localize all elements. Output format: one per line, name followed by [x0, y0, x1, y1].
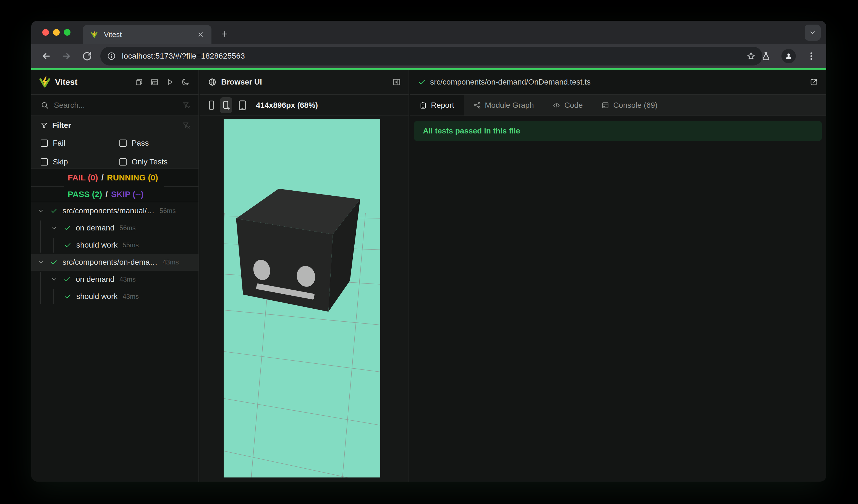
search-row: [31, 95, 198, 116]
dashboard-icon[interactable]: [150, 78, 159, 86]
device-toolbar: 414x896px (68%): [200, 95, 409, 116]
clear-filter-icon[interactable]: [182, 101, 190, 109]
tab-report[interactable]: Report: [410, 95, 464, 115]
test-suite-row[interactable]: on demand 43ms: [31, 271, 198, 288]
test-label: on demand: [76, 224, 114, 232]
threejs-scene: [224, 119, 380, 477]
menu-dots-icon[interactable]: [806, 51, 816, 61]
filter-option-fail[interactable]: Fail: [41, 139, 65, 148]
sidebar-header: Vitest: [31, 70, 198, 95]
test-file-row-selected[interactable]: src/components/on-dema… 43ms: [31, 254, 198, 271]
console-icon: [602, 101, 609, 109]
separator: /: [105, 190, 108, 199]
sidebar-actions: [135, 78, 198, 86]
viewport-size-label: 414x896px (68%): [256, 101, 318, 110]
status-summary: FAIL (0) / RUNNING (0) PASS (2) / SKIP (…: [31, 168, 198, 202]
test-duration: 55ms: [123, 241, 139, 249]
chevron-down-icon[interactable]: [51, 276, 58, 283]
tab-search-button[interactable]: [805, 25, 821, 40]
tab-code[interactable]: Code: [543, 95, 592, 115]
pass-check-icon: [64, 242, 71, 249]
chevron-down-icon[interactable]: [37, 259, 44, 265]
site-info-icon[interactable]: [107, 52, 116, 61]
separator: /: [101, 173, 104, 182]
open-external-icon[interactable]: [810, 78, 818, 86]
checkbox[interactable]: [120, 140, 127, 147]
test-case-row[interactable]: should work 55ms: [31, 237, 198, 254]
checkbox-label: Pass: [131, 139, 149, 148]
panel-right-toggle-icon[interactable]: [393, 78, 401, 86]
filter-option-only-tests[interactable]: Only Tests: [120, 158, 168, 166]
fail-count: FAIL (0): [68, 173, 98, 182]
flask-experiments-icon[interactable]: [761, 51, 771, 61]
checkbox-label: Skip: [53, 158, 68, 166]
test-label: on demand: [76, 275, 114, 284]
run-all-icon[interactable]: [166, 78, 174, 86]
url-text: localhost:5173/#/?file=1828625563: [122, 52, 740, 61]
app-title: Vitest: [55, 77, 77, 87]
tab-module-graph[interactable]: Module Graph: [464, 95, 543, 115]
chevron-down-icon[interactable]: [37, 208, 44, 214]
device-phone-active-button[interactable]: [220, 97, 232, 113]
test-label: src/components/on-dema…: [62, 258, 158, 267]
tab-label: Console (69): [613, 101, 657, 110]
module-graph-icon: [473, 101, 481, 109]
banner-text: All tests passed in this file: [423, 127, 520, 135]
pass-check-icon: [50, 207, 58, 214]
reload-button[interactable]: [81, 51, 93, 62]
skip-count: SKIP (--): [111, 190, 144, 199]
browser-ui-title: Browser UI: [221, 78, 262, 86]
close-tab-icon[interactable]: [197, 31, 204, 38]
collapse-windows-icon[interactable]: [135, 78, 143, 86]
pass-check-icon: [64, 276, 71, 283]
tab-console[interactable]: Console (69): [592, 95, 667, 115]
checkbox-label: Only Tests: [131, 158, 168, 166]
profile-avatar[interactable]: [781, 49, 796, 63]
dark-mode-moon-icon[interactable]: [181, 78, 190, 86]
minimize-window-button[interactable]: [53, 29, 60, 36]
status-line-fail-running: FAIL (0) / RUNNING (0): [68, 169, 158, 186]
search-input[interactable]: [54, 101, 159, 110]
device-phone-small-icon[interactable]: [207, 100, 216, 111]
device-phone-plus-icon: [222, 100, 231, 111]
filter-title: Filter: [52, 121, 71, 130]
checkbox[interactable]: [120, 158, 127, 165]
chevron-down-icon[interactable]: [51, 225, 58, 231]
test-duration: 56ms: [159, 207, 176, 215]
forward-button[interactable]: [61, 51, 72, 62]
bookmark-star-icon[interactable]: [746, 51, 756, 61]
filter-option-skip[interactable]: Skip: [41, 158, 68, 166]
plus-icon: [221, 30, 229, 38]
test-duration: 43ms: [162, 258, 179, 266]
vitest-ui: Vitest: [31, 70, 826, 482]
tab-label: Code: [564, 101, 583, 110]
checkbox[interactable]: [41, 158, 48, 165]
code-icon: [553, 101, 560, 109]
browser-tab[interactable]: Vitest: [83, 25, 211, 44]
filter-option-pass[interactable]: Pass: [120, 139, 149, 148]
clear-filter-icon[interactable]: [182, 121, 190, 129]
pass-check-icon: [64, 293, 71, 300]
zoom-window-button[interactable]: [64, 29, 70, 36]
device-tablet-icon[interactable]: [237, 99, 248, 111]
back-button[interactable]: [41, 51, 52, 62]
test-label: should work: [76, 241, 117, 249]
pass-check-icon: [50, 259, 58, 266]
test-file-path: src/components/on-demand/OnDemand.test.t…: [430, 78, 591, 86]
filter-panel: Filter Fail Pass Skip: [31, 116, 198, 168]
desktop-background: Vitest localhost:5173/#/?file: [0, 0, 858, 504]
divider: [164, 186, 199, 187]
tab-title: Vitest: [104, 30, 192, 39]
url-bar[interactable]: localhost:5173/#/?file=1828625563: [100, 47, 762, 65]
divider: [31, 186, 64, 187]
new-tab-button[interactable]: [217, 26, 233, 42]
test-duration: 43ms: [123, 293, 139, 300]
close-window-button[interactable]: [42, 29, 49, 36]
checkbox[interactable]: [41, 140, 48, 147]
test-file-row[interactable]: src/components/manual/… 56ms: [31, 202, 198, 220]
test-case-row[interactable]: should work 43ms: [31, 288, 198, 305]
all-tests-passed-banner: All tests passed in this file: [414, 121, 822, 141]
test-tree: src/components/manual/… 56ms on demand 5…: [31, 202, 198, 479]
test-suite-row[interactable]: on demand 56ms: [31, 220, 198, 237]
test-viewport[interactable]: [224, 119, 380, 477]
